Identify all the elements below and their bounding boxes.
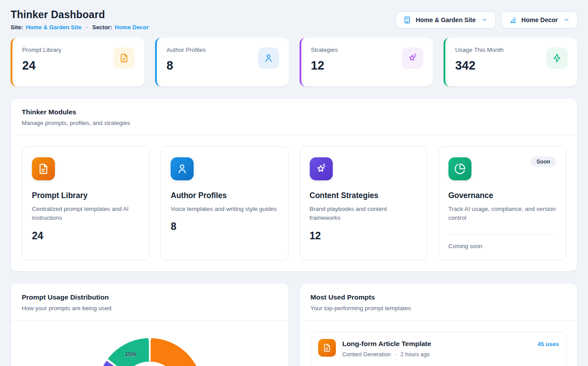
zap-icon — [552, 53, 562, 63]
bar-chart-icon — [509, 16, 517, 24]
module-description: Centralized prompt templates and AI inst… — [32, 205, 140, 223]
usage-distribution-card: Prompt Usage Distribution How your promp… — [11, 283, 289, 366]
dashboard-page: Thinker Dashboard Site: Home & Garden Si… — [0, 0, 588, 366]
stat-card-strategies: Strategies 12 — [300, 38, 433, 86]
stat-card-usage: Usage This Month 342 — [444, 38, 577, 86]
site-selector-dropdown[interactable]: Home & Garden Site — [396, 12, 495, 28]
modules-grid: Prompt Library Centralized prompt templa… — [11, 136, 577, 271]
site-link[interactable]: Home & Garden Site — [26, 24, 82, 31]
modules-panel: Thinker Modules Manage prompts, profiles… — [11, 98, 577, 272]
sector-link[interactable]: Home Decor — [115, 24, 149, 31]
pie-chart-icon — [454, 163, 466, 175]
stat-label: Usage This Month — [455, 47, 503, 53]
building-icon — [403, 16, 411, 24]
donut-slice-label: 15% — [125, 351, 136, 358]
site-selector-label: Home & Garden Site — [416, 16, 475, 23]
module-title: Content Strategies — [310, 191, 417, 200]
stat-label: Author Profiles — [167, 47, 206, 53]
module-description: Voice templates and writing style guides — [171, 205, 278, 214]
chevron-down-icon — [563, 16, 570, 23]
module-title: Governance — [448, 191, 556, 200]
prompt-category: Content Generation — [343, 351, 391, 358]
prompts-card-subtitle: Your top-performing prompt templates — [311, 305, 567, 311]
sector-selector-label: Home Decor — [522, 16, 558, 23]
donut-chart: 15% — [97, 338, 202, 366]
separator-dot: · — [395, 351, 397, 358]
prompt-timestamp: 2 hours ago — [401, 351, 430, 358]
sector-label: Sector: — [92, 24, 112, 31]
stat-label: Prompt Library — [22, 47, 62, 53]
breadcrumb: Site: Home & Garden Site · Sector: Home … — [11, 24, 149, 31]
stat-card-prompt-library: Prompt Library 24 — [11, 38, 144, 86]
prompt-uses-count: 45 uses — [537, 341, 559, 347]
module-card-content-strategies[interactable]: Content Strategies Brand playbooks and c… — [300, 146, 428, 261]
chevron-down-icon — [481, 16, 488, 23]
module-description: Brand playbooks and content frameworks — [310, 205, 417, 223]
header-controls: Home & Garden Site Home Decor — [396, 12, 577, 28]
title-block: Thinker Dashboard Site: Home & Garden Si… — [11, 9, 149, 31]
modules-panel-header: Thinker Modules Manage prompts, profiles… — [11, 98, 577, 136]
soon-badge: Soon — [531, 156, 556, 167]
usage-card-subtitle: How your prompts are being used — [22, 305, 278, 311]
site-label: Site: — [11, 24, 23, 31]
sector-selector-dropdown[interactable]: Home Decor — [502, 12, 577, 28]
usage-card-title: Prompt Usage Distribution — [22, 293, 278, 301]
module-count: 12 — [310, 230, 417, 242]
coming-soon-text: Coming soon — [448, 243, 556, 249]
modules-subtitle: Manage prompts, profiles, and strategies — [22, 120, 566, 126]
most-used-prompts-card: Most Used Prompts Your top-performing pr… — [300, 283, 578, 366]
prompt-list: Long-form Article Template Content Gener… — [300, 321, 577, 366]
user-icon — [264, 53, 273, 63]
file-text-icon — [119, 53, 129, 63]
file-text-icon — [38, 163, 49, 175]
stat-label: Strategies — [311, 47, 338, 53]
stat-value: 24 — [22, 59, 62, 73]
module-card-prompt-library[interactable]: Prompt Library Centralized prompt templa… — [22, 146, 150, 261]
stat-value: 12 — [311, 59, 338, 73]
sparkle-star-icon — [408, 53, 417, 63]
stat-value: 8 — [167, 59, 206, 73]
bottom-row: Prompt Usage Distribution How your promp… — [11, 283, 577, 366]
module-count: 8 — [171, 221, 278, 233]
separator-dot: · — [86, 24, 88, 31]
prompt-title: Long-form Article Template — [343, 340, 432, 348]
module-count: 24 — [32, 230, 140, 242]
module-title: Author Profiles — [171, 191, 278, 200]
page-title: Thinker Dashboard — [11, 9, 149, 21]
modules-title: Thinker Modules — [22, 108, 566, 116]
prompt-list-item[interactable]: Long-form Article Template Content Gener… — [311, 331, 567, 366]
module-card-governance[interactable]: Soon Governance Track AI usage, complian… — [438, 146, 566, 261]
divider — [448, 234, 556, 235]
donut-chart-area: 15% — [11, 321, 288, 366]
prompts-card-title: Most Used Prompts — [311, 293, 567, 301]
file-text-icon — [323, 343, 331, 352]
user-icon — [176, 163, 188, 175]
module-title: Prompt Library — [32, 191, 140, 200]
header: Thinker Dashboard Site: Home & Garden Si… — [11, 9, 577, 31]
module-description: Track AI usage, compliance, and version … — [448, 205, 556, 223]
stat-value: 342 — [455, 59, 503, 73]
stats-row: Prompt Library 24 Author Profiles 8 Stra… — [11, 38, 577, 86]
sparkle-star-icon — [315, 163, 327, 175]
stat-card-author-profiles: Author Profiles 8 — [155, 38, 289, 86]
module-card-author-profiles[interactable]: Author Profiles Voice templates and writ… — [160, 146, 288, 261]
